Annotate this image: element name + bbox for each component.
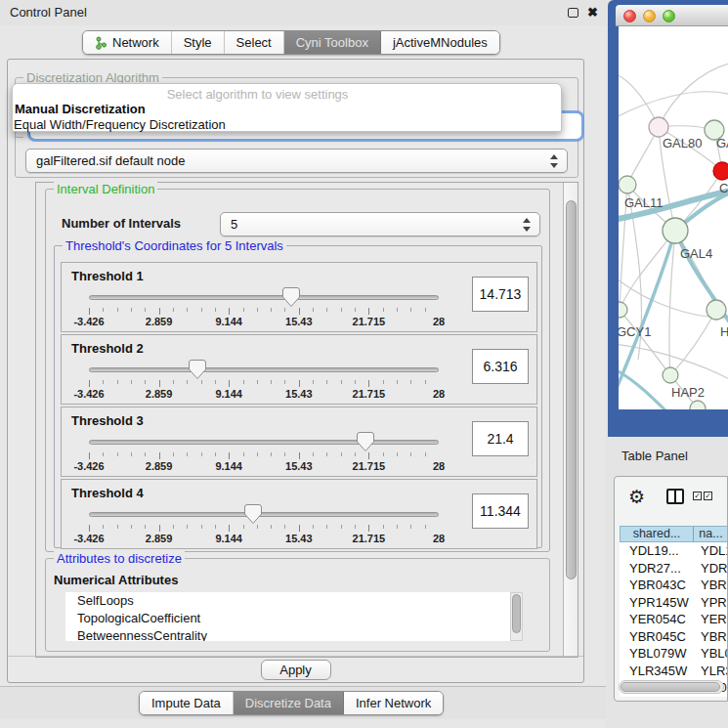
table-rows: YDL19...YDL1...YDR27...YDR2...YBR043CYBR… xyxy=(620,542,728,697)
network-node-gal4[interactable] xyxy=(663,218,688,243)
cell-shared-name[interactable]: YER054C xyxy=(620,611,694,628)
tick-label: 15.43 xyxy=(285,316,313,327)
cell-name[interactable]: YDL1... xyxy=(694,542,728,560)
dropdown-option-manual-discretization[interactable]: Manual Discretization xyxy=(15,102,146,116)
network-node-label: GA xyxy=(716,136,728,150)
slider-thumb[interactable] xyxy=(244,504,262,524)
threshold-value-box[interactable]: 14.713 xyxy=(472,277,529,312)
column-header-shared-name[interactable]: shared... xyxy=(620,526,694,542)
threshold-slider[interactable]: -3.4262.8599.14415.4321.71528 xyxy=(89,359,439,404)
slider-thumb[interactable] xyxy=(282,287,300,307)
control-panel-titlebar: Control Panel ✖ xyxy=(0,0,606,25)
threshold-slider[interactable]: -3.4262.8599.14415.4321.71528 xyxy=(89,503,439,548)
slider-thumb[interactable] xyxy=(189,360,206,379)
float-window-icon[interactable] xyxy=(568,8,578,18)
threshold-label: Threshold 2 xyxy=(71,341,144,356)
cell-name[interactable]: YPR1... xyxy=(694,594,728,612)
slider-track[interactable] xyxy=(89,512,439,517)
network-canvas[interactable]: GAL80GACGAL11GAL4GCY1HHAP2 xyxy=(619,26,728,409)
table-row[interactable]: YBL079WYBL0... xyxy=(620,645,728,663)
tick-label: 2.859 xyxy=(146,316,173,327)
slider-track[interactable] xyxy=(89,440,439,445)
threshold-value-box[interactable]: 21.4 xyxy=(472,421,529,456)
network-node-gal11[interactable] xyxy=(619,176,636,193)
checkbox-icon[interactable]: ✓ xyxy=(693,492,702,500)
network-node-h[interactable] xyxy=(707,300,726,320)
slider-track[interactable] xyxy=(89,295,439,300)
table-row[interactable]: YBR043CYBR0... xyxy=(620,577,728,594)
network-node-gal80[interactable] xyxy=(649,117,668,137)
cell-name[interactable]: YDR2... xyxy=(694,560,728,578)
table-row[interactable]: YLR345WYLR3... xyxy=(620,663,728,680)
cell-name[interactable]: YER0... xyxy=(694,611,728,628)
close-traffic-light-icon[interactable] xyxy=(623,10,636,22)
threshold-value-box[interactable]: 11.344 xyxy=(472,493,529,529)
tab-cyni-toolbox[interactable]: Cyni Toolbox xyxy=(284,31,381,54)
threshold-value-box[interactable]: 6.316 xyxy=(472,349,529,384)
attribute-item-betweennesscentrality[interactable]: BetweennessCentrality xyxy=(65,627,510,641)
tab-discretize-data[interactable]: Discretize Data xyxy=(234,692,344,714)
apply-button[interactable]: Apply xyxy=(261,660,331,680)
tab-network[interactable]: Network xyxy=(83,31,172,54)
checkbox-icon[interactable]: ✓ xyxy=(704,492,712,500)
slider-tick-labels: -3.4262.8599.14415.4321.71528 xyxy=(89,460,439,472)
split-columns-icon[interactable] xyxy=(666,489,684,504)
vertical-scrollbar[interactable] xyxy=(563,183,578,657)
combo-stepper-icon xyxy=(523,217,532,233)
cell-shared-name[interactable]: YBR045C xyxy=(620,628,694,646)
network-node-label: GAL80 xyxy=(663,136,702,150)
cell-shared-name[interactable]: YLR345W xyxy=(620,663,694,680)
network-node-c[interactable] xyxy=(713,162,728,180)
table-row[interactable]: YDL19...YDL1... xyxy=(620,542,728,560)
number-of-intervals-combo[interactable]: 5 xyxy=(220,212,540,236)
tick-label: 21.715 xyxy=(353,388,386,400)
tab-label: Network xyxy=(112,35,159,50)
dropdown-option-equal-width-frequency[interactable]: Equal Width/Frequency Discretization xyxy=(14,117,226,132)
tab-style[interactable]: Style xyxy=(172,31,225,54)
number-of-intervals-label: Number of Intervals xyxy=(62,216,181,231)
gear-icon[interactable]: ⚙ xyxy=(628,486,645,507)
scrollbar-thumb[interactable] xyxy=(566,200,577,579)
tab-infer-network[interactable]: Infer Network xyxy=(344,692,443,714)
cell-shared-name[interactable]: YPR145W xyxy=(620,594,694,612)
tab-select[interactable]: Select xyxy=(225,31,284,54)
table-row[interactable]: YBR045CYBR0... xyxy=(620,628,728,646)
scrollbar-thumb[interactable] xyxy=(621,682,720,692)
slider-tick-labels: -3.4262.8599.14415.4321.71528 xyxy=(89,533,439,544)
table-row[interactable]: YPR145WYPR1... xyxy=(620,594,728,612)
network-node-gcy1[interactable] xyxy=(619,302,627,318)
cell-name[interactable]: YBR0... xyxy=(694,577,728,594)
slider-track[interactable] xyxy=(89,367,439,372)
attributes-list-scrollbar[interactable] xyxy=(510,592,523,641)
table-row[interactable]: YDR27...YDR2... xyxy=(620,560,728,578)
table-row[interactable]: YER054CYER0... xyxy=(620,611,728,628)
tab-jactivemnodules[interactable]: jActiveMNodules xyxy=(381,31,499,54)
threshold-slider[interactable]: -3.4262.8599.14415.4321.71528 xyxy=(89,286,439,331)
cell-shared-name[interactable]: YBR043C xyxy=(620,577,694,594)
cell-shared-name[interactable]: YDL19... xyxy=(620,542,694,560)
zoom-traffic-light-icon[interactable] xyxy=(663,10,675,22)
scrollbar-thumb[interactable] xyxy=(512,594,521,633)
network-node-label: GAL4 xyxy=(680,246,712,261)
minimize-traffic-light-icon[interactable] xyxy=(643,10,656,22)
slider-thumb[interactable] xyxy=(357,432,374,451)
table-header-row: shared... na... xyxy=(620,526,728,542)
tab-impute-data[interactable]: Impute Data xyxy=(140,692,234,714)
cell-shared-name[interactable]: YBL079W xyxy=(620,645,694,663)
close-icon[interactable]: ✖ xyxy=(587,5,598,20)
attribute-item-selfloops[interactable]: SelfLoops xyxy=(65,592,510,610)
cell-name[interactable]: YBR0... xyxy=(694,628,728,646)
group-title: Threshold's Coordinates for 5 Intervals xyxy=(63,238,286,253)
horizontal-scrollbar[interactable] xyxy=(619,680,724,694)
cell-name[interactable]: YLR3... xyxy=(694,663,728,680)
tab-label: Infer Network xyxy=(356,696,431,710)
threshold-slider[interactable]: -3.4262.8599.14415.4321.71528 xyxy=(89,431,439,476)
attribute-item-topologicalcoefficient[interactable]: TopologicalCoefficient xyxy=(65,610,510,627)
numerical-attributes-list[interactable]: SelfLoopsTopologicalCoefficientBetweenne… xyxy=(65,592,510,641)
column-header-name[interactable]: na... xyxy=(694,526,728,542)
cell-shared-name[interactable]: YDR27... xyxy=(620,560,694,578)
cell-name[interactable]: YBL0... xyxy=(694,645,728,663)
threshold-panel: Threshold 4 -3.4262.8599.14415.4321.7152… xyxy=(61,479,537,549)
network-node-hap2[interactable] xyxy=(663,367,678,383)
table-data-combo[interactable]: galFiltered.sif default node xyxy=(25,149,568,173)
